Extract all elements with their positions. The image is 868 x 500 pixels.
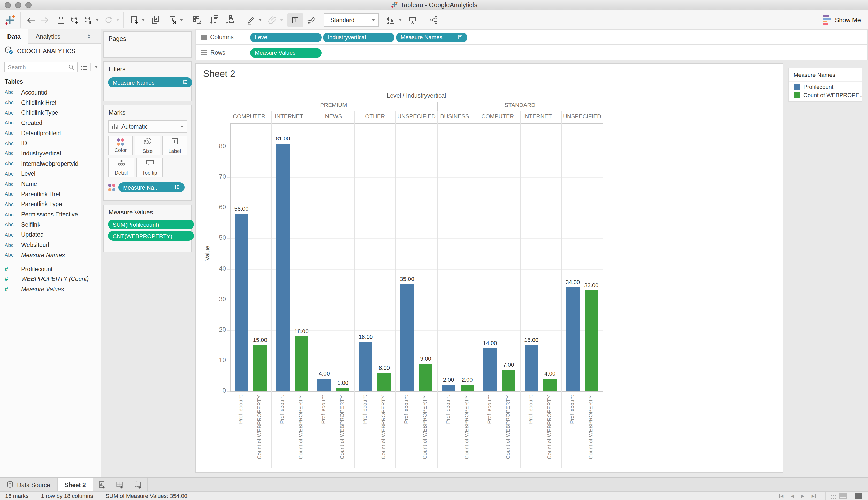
show-mark-labels-icon[interactable] <box>287 13 303 27</box>
industry-header[interactable]: BUSINESS_.. <box>437 113 478 119</box>
previous-sheet-icon[interactable]: ◀ <box>791 493 794 498</box>
swap-rows-columns-icon[interactable] <box>191 13 204 27</box>
highlight-icon[interactable] <box>244 13 257 27</box>
tooltip-button[interactable]: Tooltip <box>136 158 163 177</box>
show-tabs-icon[interactable] <box>855 493 862 499</box>
tableau-logo-icon[interactable] <box>3 13 16 27</box>
minimize-window-icon[interactable] <box>15 2 21 8</box>
next-sheet-icon[interactable]: ▶ <box>801 493 804 498</box>
field-accountid[interactable]: AbcAccountid <box>0 87 101 98</box>
fix-axes-icon[interactable] <box>305 13 319 27</box>
bar-profilecount[interactable] <box>442 385 455 391</box>
pages-card[interactable]: Pages <box>103 31 192 58</box>
detail-button[interactable]: Detail <box>108 158 134 177</box>
label-button[interactable]: Label <box>162 136 187 156</box>
measure-values-card[interactable]: Measure Values SUM(Profilecount)CNT(WEBP… <box>103 205 192 252</box>
bar-count-of-webproperty[interactable] <box>378 373 391 391</box>
first-sheet-icon[interactable]: ◀ <box>779 493 783 498</box>
pause-updates-caret-icon[interactable] <box>96 19 99 21</box>
bar-count-of-webproperty[interactable] <box>253 345 267 391</box>
field-selflink[interactable]: AbcSelflink <box>0 219 101 230</box>
bar-profilecount[interactable] <box>235 214 248 391</box>
window-controls[interactable] <box>5 2 32 8</box>
y-axis-label[interactable]: Value <box>204 246 210 261</box>
pill-measure-values[interactable]: Measure Values <box>250 48 322 58</box>
add-datasource-icon[interactable] <box>68 13 81 27</box>
field-updated[interactable]: AbcUpdated <box>0 230 101 240</box>
show-me-button[interactable]: Show Me <box>823 15 861 25</box>
pill-cnt-webproperty-[interactable]: CNT(WEBPROPERTY) <box>108 231 194 241</box>
mark-type-dropdown[interactable]: Automatic <box>108 120 187 133</box>
bar-count-of-webproperty[interactable] <box>295 336 308 391</box>
industry-header[interactable]: UNSPECIFIED <box>561 113 603 119</box>
last-sheet-icon[interactable]: ▶ <box>812 493 816 498</box>
close-window-icon[interactable] <box>5 2 11 8</box>
field-childlink-type[interactable]: AbcChildlink Type <box>0 108 101 118</box>
industry-header[interactable]: UNSPECIFIED <box>396 113 437 119</box>
field-level[interactable]: AbcLevel <box>0 169 101 179</box>
field-websiteurl[interactable]: AbcWebsiteurl <box>0 240 101 250</box>
field-measure-values[interactable]: #Measure Values <box>0 284 101 294</box>
mark-type-caret-icon[interactable] <box>176 121 187 132</box>
run-update-icon[interactable] <box>102 13 115 27</box>
pill-measure-na-[interactable]: Measure Na.. <box>119 182 185 192</box>
bar-count-of-webproperty[interactable] <box>502 370 515 391</box>
search-box[interactable] <box>4 62 78 72</box>
bar-count-of-webproperty[interactable] <box>585 290 598 391</box>
level-header-premium[interactable]: PREMIUM <box>230 102 437 108</box>
tab-sheet-2[interactable]: Sheet 2 <box>57 478 93 492</box>
field-parentlink-type[interactable]: AbcParentlink Type <box>0 199 101 209</box>
new-worksheet-caret-icon[interactable] <box>142 19 145 21</box>
field-defaultprofileid[interactable]: AbcDefaultprofileid <box>0 128 101 138</box>
pill-sum-profilecount-[interactable]: SUM(Profilecount) <box>108 219 194 229</box>
new-worksheet-icon[interactable] <box>127 13 141 27</box>
industry-header[interactable]: OTHER <box>354 113 396 119</box>
columns-shelf[interactable]: Columns LevelIndustryverticalMeasure Nam… <box>196 30 868 45</box>
industry-header[interactable]: NEWS <box>313 113 354 119</box>
clear-sheet-icon[interactable] <box>165 13 179 27</box>
field-id[interactable]: AbcID <box>0 138 101 148</box>
field-measure-names[interactable]: AbcMeasure Names <box>0 250 101 260</box>
save-icon[interactable] <box>54 13 68 27</box>
bar-profilecount[interactable] <box>276 144 290 391</box>
rows-shelf[interactable]: Rows Measure Values <box>196 45 868 60</box>
field-webproperty-count-[interactable]: #WEBPROPERTY (Count) <box>0 274 101 284</box>
bar-count-of-webproperty[interactable] <box>419 364 432 391</box>
sort-ascending-icon[interactable] <box>207 13 221 27</box>
color-button[interactable]: Color <box>108 136 133 156</box>
legend-item[interactable]: Profilecount <box>789 82 862 90</box>
bar-profilecount[interactable] <box>566 287 580 391</box>
show-filmstrip-icon[interactable] <box>839 493 847 499</box>
tab-data-source[interactable]: Data Source <box>0 478 57 492</box>
fit-selector[interactable]: Standard <box>324 13 379 26</box>
bar-profilecount[interactable] <box>525 345 538 391</box>
bar-count-of-webproperty[interactable] <box>336 388 349 391</box>
pause-auto-updates-icon[interactable] <box>81 13 94 27</box>
datasource-item[interactable]: GOOGLEANALYTICS <box>0 44 101 58</box>
level-header-standard[interactable]: STANDARD <box>437 102 603 108</box>
bar-count-of-webproperty[interactable] <box>543 379 557 391</box>
collapse-pane-icon[interactable] <box>87 34 90 39</box>
field-parentlink-href[interactable]: AbcParentlink Href <box>0 189 101 199</box>
measure-names-legend[interactable]: Measure Names ProfilecountCount of WEBPR… <box>788 68 862 102</box>
sort-descending-icon[interactable] <box>223 13 236 27</box>
field-list-options-caret-icon[interactable] <box>94 66 98 68</box>
redo-icon[interactable] <box>38 13 51 27</box>
presentation-mode-icon[interactable] <box>406 13 419 27</box>
filters-card[interactable]: Filters Measure Names <box>103 61 192 101</box>
bar-profilecount[interactable] <box>400 284 414 391</box>
bar-count-of-webproperty[interactable] <box>460 385 474 391</box>
industry-header[interactable]: INTERNET_.. <box>271 113 313 119</box>
zoom-window-icon[interactable] <box>25 2 32 8</box>
clear-sheet-caret-icon[interactable] <box>180 19 183 21</box>
show-cards-icon[interactable] <box>384 13 398 27</box>
field-internalwebpropertyid[interactable]: AbcInternalwebpropertyid <box>0 159 101 169</box>
new-story-button[interactable] <box>129 478 147 492</box>
show-sheet-sorter-icon[interactable] <box>831 495 832 497</box>
fit-selector-caret-icon[interactable] <box>367 14 378 26</box>
industry-header[interactable]: COMPUTER.. <box>478 113 520 119</box>
share-workbook-icon[interactable] <box>427 13 441 27</box>
field-profilecount[interactable]: #Profilecount <box>0 264 101 274</box>
size-button[interactable]: Size <box>135 136 160 156</box>
tab-data[interactable]: Data <box>0 30 29 44</box>
